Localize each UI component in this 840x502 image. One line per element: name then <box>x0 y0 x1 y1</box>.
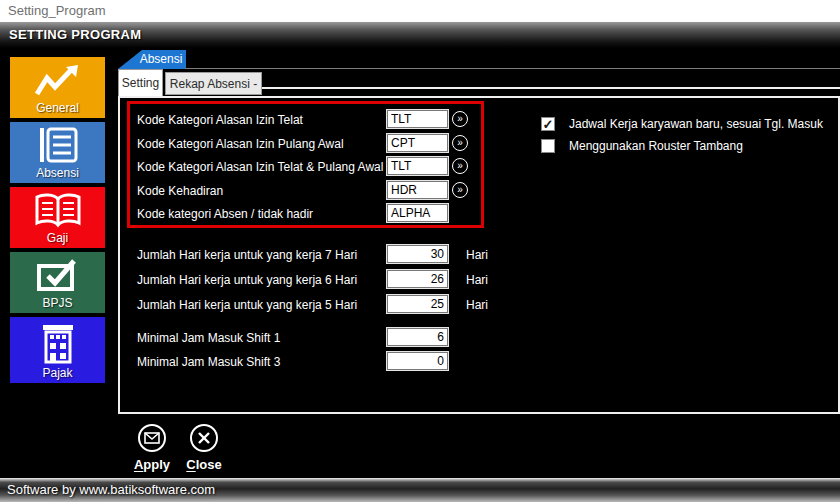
field-label: Kode Kategori Alasan Izin Pulang Awal <box>137 137 344 151</box>
footer-bar: Software by www.batiksoftware.com <box>0 478 840 502</box>
sidebar-item-bpjs[interactable]: BPJS <box>10 252 105 313</box>
apply-button-label: Apply <box>134 457 170 472</box>
window-title: Setting_Program <box>8 3 106 18</box>
sidebar-item-pajak[interactable]: Pajak <box>10 317 105 383</box>
sidebar-item-absensi[interactable]: Absensi <box>10 122 105 183</box>
hari-kerja-7-input[interactable] <box>387 245 448 263</box>
field-label: Jumlah Hari kerja untuk yang kerja 5 Har… <box>137 298 357 312</box>
field-label: Minimal Jam Masuk Shift 3 <box>137 355 280 369</box>
kode-kehadiran-input[interactable] <box>387 181 448 199</box>
field-suffix: Hari <box>466 248 488 262</box>
kode-izin-telat-input[interactable] <box>387 110 448 128</box>
field-suffix: Hari <box>466 273 488 287</box>
sidebar-item-label: Gaji <box>47 231 68 248</box>
sidebar-item-label: BPJS <box>42 296 72 313</box>
kode-izin-pulang-awal-input[interactable] <box>387 134 448 152</box>
lookup-icon[interactable]: » <box>452 158 468 174</box>
app-header: SETTING PROGRAM <box>0 22 840 48</box>
x-circle-icon <box>189 423 219 453</box>
field-label: Kode kategori Absen / tidak hadir <box>137 207 313 221</box>
close-button-label: Close <box>186 457 221 472</box>
page-title: SETTING PROGRAM <box>0 22 141 48</box>
checkbox-label: Jadwal Kerja karyawan baru, sesuai Tgl. … <box>569 117 823 131</box>
sidebar-item-general[interactable]: General <box>10 57 105 118</box>
attendance-list-icon <box>36 126 80 164</box>
footer-text: Software by www.batiksoftware.com <box>0 478 215 502</box>
tab-rekap-absensi[interactable]: Rekap Absensi - 4 <box>165 72 262 95</box>
app-window: Setting_Program SETTING PROGRAM General … <box>0 0 840 502</box>
tab-setting[interactable]: Setting <box>118 69 163 96</box>
sidebar-item-label: Pajak <box>42 366 72 383</box>
tab-absensi[interactable]: Absensi <box>118 50 186 69</box>
field-suffix: Hari <box>466 298 488 312</box>
hari-kerja-6-input[interactable] <box>387 270 448 288</box>
kode-absen-input[interactable] <box>387 204 448 222</box>
lookup-icon[interactable]: » <box>452 111 468 127</box>
apply-button[interactable]: Apply <box>128 423 176 472</box>
kode-izin-telat-pulang-input[interactable] <box>387 157 448 175</box>
field-label: Kode Kategori Alasan Izin Telat <box>137 113 303 127</box>
lookup-icon[interactable]: » <box>452 182 468 198</box>
field-label: Kode Kehadiran <box>137 184 223 198</box>
hari-kerja-5-input[interactable] <box>387 295 448 313</box>
building-icon <box>36 322 80 364</box>
lookup-icon[interactable]: » <box>452 135 468 151</box>
checked-box-icon <box>35 256 81 294</box>
sidebar-item-label: Absensi <box>36 166 79 183</box>
checkbox-label: Menggunakan Rouster Tambang <box>569 139 743 153</box>
minimal-jam-shift3-input[interactable] <box>387 352 448 370</box>
tabstrip-top-line <box>185 68 840 69</box>
trend-chart-icon <box>32 63 84 99</box>
field-label: Kode Kategori Alasan Izin Telat & Pulang… <box>137 160 383 174</box>
sidebar-item-gaji[interactable]: Gaji <box>10 187 105 248</box>
envelope-circle-icon <box>137 423 167 453</box>
open-book-icon <box>33 191 83 229</box>
checkbox-jadwal-kerja[interactable]: ✓ <box>541 117 555 131</box>
sidebar-item-label: General <box>36 101 79 118</box>
minimal-jam-shift1-input[interactable] <box>387 328 448 346</box>
field-label: Jumlah Hari kerja untuk yang kerja 7 Har… <box>137 248 357 262</box>
checkbox-rouster-tambang[interactable] <box>541 139 555 153</box>
window-titlebar: Setting_Program <box>0 0 840 22</box>
field-label: Jumlah Hari kerja untuk yang kerja 6 Har… <box>137 273 357 287</box>
field-label: Minimal Jam Masuk Shift 1 <box>137 331 280 345</box>
tabstrip-bottom-line <box>260 87 840 89</box>
close-button[interactable]: Close <box>180 423 228 472</box>
